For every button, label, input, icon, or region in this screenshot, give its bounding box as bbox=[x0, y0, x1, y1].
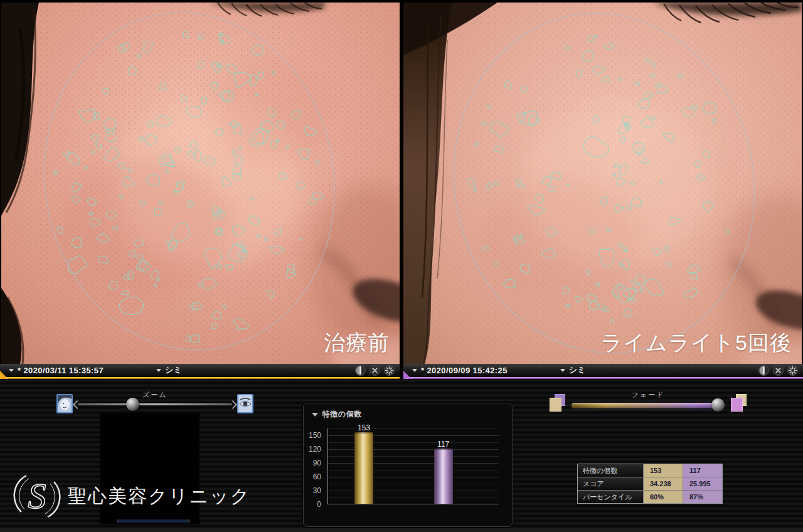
zoom-slider[interactable] bbox=[75, 396, 235, 413]
fade-slider-track[interactable] bbox=[571, 402, 725, 409]
chart-bar bbox=[354, 432, 373, 504]
capture-date-dropdown[interactable]: * 2020/03/11 15:35:57 bbox=[9, 366, 104, 375]
bar-value-label: 117 bbox=[430, 440, 457, 449]
close-icon[interactable] bbox=[370, 365, 380, 376]
analysis-mode-label: シミ bbox=[165, 364, 182, 376]
contrast-toggle-icon[interactable] bbox=[758, 365, 769, 376]
before-photo-caption: 治療前 bbox=[324, 329, 390, 358]
chevron-down-icon bbox=[412, 369, 417, 372]
capture-date-dropdown[interactable]: * 2020/09/09 15:42:25 bbox=[412, 366, 508, 375]
close-icon[interactable] bbox=[773, 365, 784, 376]
fade-to-after-swatch[interactable] bbox=[731, 394, 747, 412]
table-row-label: スコア bbox=[578, 477, 643, 490]
panel-bottom-edge bbox=[0, 528, 803, 532]
skin-analysis-app: 治療前 bbox=[0, 0, 803, 532]
after-corner-flag bbox=[403, 371, 412, 379]
after-color-chip bbox=[731, 398, 743, 412]
table-value-before: 153 bbox=[644, 464, 683, 477]
chevron-down-icon bbox=[560, 369, 565, 372]
table-value-after: 87% bbox=[683, 491, 722, 503]
fade-slider[interactable] bbox=[571, 396, 725, 413]
control-panel: ズーム フェード bbox=[0, 379, 803, 532]
bar-value-label: 153 bbox=[350, 423, 378, 432]
chart-bar bbox=[434, 449, 453, 504]
contrast-toggle-icon[interactable] bbox=[355, 365, 366, 376]
before-photo-viewport[interactable]: 治療前 bbox=[1, 3, 400, 364]
zoom-slider-track[interactable] bbox=[78, 403, 232, 405]
full-face-view-icon[interactable] bbox=[56, 394, 73, 413]
close-up-view-icon[interactable] bbox=[237, 394, 253, 413]
starburst-reset-icon[interactable] bbox=[787, 365, 798, 376]
logo-letter: S bbox=[28, 476, 46, 516]
analysis-mode-dropdown[interactable]: シミ bbox=[156, 364, 182, 376]
bar-chart: 153117 bbox=[327, 428, 499, 504]
chart-y-axis: 0306090120150 bbox=[304, 428, 325, 504]
capture-timestamp: * 2020/03/11 15:35:57 bbox=[18, 366, 104, 375]
analysis-mode-dropdown[interactable]: シミ bbox=[560, 364, 586, 376]
before-photo-image bbox=[1, 3, 400, 364]
after-photo-image bbox=[403, 3, 802, 364]
results-table: 特徴の個数 153 117 スコア 34.238 25.995 パーセンタイル … bbox=[577, 464, 723, 504]
before-photo-toolbar: * 2020/03/11 15:35:57 シミ bbox=[0, 364, 400, 379]
zoom-slider-handle[interactable] bbox=[126, 398, 139, 411]
before-corner-flag bbox=[0, 371, 8, 379]
fade-to-before-swatch[interactable] bbox=[550, 394, 565, 412]
feature-count-chart-panel: 特徴の個数 0306090120150 153117 bbox=[303, 403, 513, 527]
before-color-chip bbox=[550, 398, 561, 412]
starburst-reset-icon[interactable] bbox=[384, 365, 395, 376]
clinic-name: 聖心美容クリニック bbox=[68, 484, 251, 509]
capture-timestamp: * 2020/09/09 15:42:25 bbox=[421, 366, 508, 375]
table-value-after: 25.995 bbox=[683, 477, 722, 490]
fade-control: フェード bbox=[550, 390, 747, 417]
after-photo-toolbar: * 2020/09/09 15:42:25 シミ bbox=[403, 364, 803, 379]
chart-title: 特徴の個数 bbox=[322, 409, 362, 420]
after-photo-viewport[interactable]: ライムライト5回後 bbox=[403, 3, 802, 364]
table-row-label: パーセンタイル bbox=[578, 491, 643, 503]
table-value-after: 117 bbox=[683, 464, 722, 477]
analysis-mode-label: シミ bbox=[569, 364, 586, 376]
after-photo-caption: ライムライト5回後 bbox=[600, 329, 792, 358]
table-value-before: 34.238 bbox=[644, 477, 683, 490]
fade-slider-handle[interactable] bbox=[711, 398, 725, 412]
collapse-caret-icon[interactable] bbox=[312, 413, 318, 417]
table-row-label: 特徴の個数 bbox=[578, 464, 643, 477]
table-value-before: 60% bbox=[644, 491, 683, 503]
chevron-down-icon bbox=[156, 369, 161, 372]
clinic-logo: S 聖心美容クリニック bbox=[13, 472, 251, 521]
chevron-down-icon bbox=[9, 369, 14, 372]
clinic-logo-mark: S bbox=[13, 472, 61, 521]
